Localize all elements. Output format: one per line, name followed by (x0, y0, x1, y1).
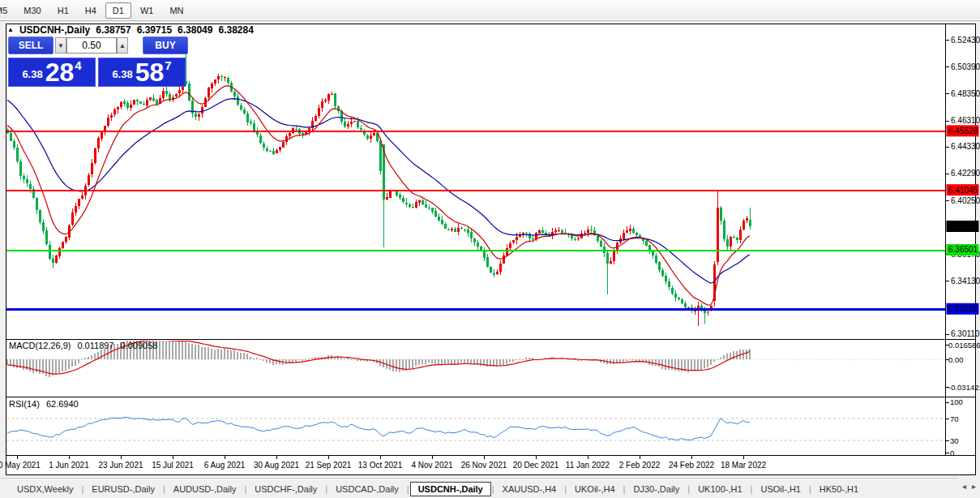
tabs-navigation: ◂ ▸ (962, 482, 976, 491)
rsi-name: RSI(14) (9, 399, 40, 409)
price-tick-label: 6.34130 (951, 277, 980, 285)
macd-indicator-label: MACD(12,26,9) 0.011897 0.009058 (9, 341, 157, 350)
price-tick-label: 6.48350 (951, 89, 980, 98)
date-tick-label: 2 Feb 2022 (619, 461, 661, 470)
svg-text:6.32018: 6.32018 (948, 304, 978, 313)
date-tick-label: 13 Oct 2021 (358, 461, 403, 470)
date-tick-label: 18 Mar 2022 (721, 461, 767, 470)
macd-name: MACD(12,26,9) (9, 341, 71, 350)
timeframe-button-w1[interactable]: W1 (133, 2, 161, 19)
svg-text:6.36501: 6.36501 (948, 245, 978, 254)
rsi-indicator-label: RSI(14) 62.6940 (9, 399, 79, 409)
volume-decrease-button[interactable]: ▼ (55, 37, 66, 54)
volume-input[interactable]: 0.50 (66, 37, 117, 54)
chart-tab-usoil-h1[interactable]: USOil-,H1 (753, 482, 808, 496)
svg-text:0.016586: 0.016586 (948, 341, 980, 350)
timeframe-button-h1[interactable]: H1 (50, 2, 76, 19)
price-tick-label: 6.30110 (951, 329, 980, 338)
svg-text:6.45528: 6.45528 (948, 127, 978, 135)
svg-text:6.38284: 6.38284 (948, 222, 978, 231)
quote-open: 6.38757 (96, 24, 131, 36)
timeframe-button-m5[interactable]: M5 (0, 2, 15, 19)
chart-title: ▲ USDCNH-,Daily 6.38757 6.39715 6.38049 … (7, 24, 254, 36)
date-tick-label: 23 Jun 2021 (98, 461, 143, 470)
tabs-scroll-right-icon[interactable]: ▸ (972, 482, 976, 491)
price-tick-label: 6.42290 (951, 169, 980, 178)
svg-text:0: 0 (950, 449, 954, 457)
date-tick-label: 15 Jul 2021 (152, 461, 194, 470)
buy-button[interactable]: BUY (143, 36, 188, 54)
quote-close: 6.38284 (218, 24, 253, 36)
svg-text:30: 30 (950, 436, 959, 445)
date-tick-label: 20 Dec 2021 (513, 461, 559, 470)
sell-price-prefix: 6.38 (22, 68, 42, 80)
buy-price-button[interactable]: 6.38 58 7 (98, 58, 186, 87)
buy-price-pips: 58 (135, 62, 165, 84)
timeframe-button-d1[interactable]: D1 (105, 2, 131, 19)
chart-tab-eurusd-daily[interactable]: EURUSD-,Daily (84, 482, 162, 496)
collapse-panel-icon[interactable]: ▲ (7, 27, 14, 33)
timeframe-button-m30[interactable]: M30 (16, 2, 48, 19)
chart-tab-ukoil-h4[interactable]: UKOil-,H4 (567, 482, 623, 496)
date-tick-label: 4 Nov 2021 (411, 461, 453, 470)
chart-tab-dj30-daily[interactable]: DJ30-,Daily (626, 482, 687, 496)
price-tick-label: 6.40250 (951, 196, 980, 205)
chart-tab-usdcnh-daily[interactable]: USDCNH-,Daily (410, 482, 491, 496)
date-tick-label: 1 Jun 2021 (49, 461, 89, 470)
chart-tab-audusd-daily[interactable]: AUDUSD-,Daily (166, 482, 244, 496)
macd-main-value: 0.011897 (77, 341, 113, 350)
chart-tab-usdchf-daily[interactable]: USDCHF-,Daily (247, 482, 324, 496)
price-tick-label: 6.52430 (951, 36, 980, 45)
sell-button[interactable]: SELL (8, 36, 53, 54)
chart-tabs-bar: USDX,Weekly|EURUSD-,Daily|AUDUSD-,Daily|… (0, 478, 958, 498)
price-tick-label: 6.44330 (951, 142, 980, 151)
chart-tab-usdcad-daily[interactable]: USDCAD-,Daily (328, 482, 406, 496)
chart-tab-xauusd-h4[interactable]: XAUUSD-,H4 (495, 482, 564, 496)
sell-price-pips: 28 (45, 62, 75, 84)
date-tick-label: 24 Feb 2022 (669, 461, 715, 470)
quote-high: 6.39715 (137, 24, 172, 36)
mt4-window: 6.524306.503906.483506.463106.443306.422… (0, 0, 980, 498)
svg-text:0.00: 0.00 (948, 355, 964, 364)
svg-text:70: 70 (950, 414, 959, 423)
tabs-scroll-left-icon[interactable]: ◂ (962, 482, 966, 491)
rsi-value: 62.6940 (46, 399, 79, 409)
chart-tab-hk50-h1[interactable]: HK50-,H1 (812, 482, 866, 496)
date-tick-label: 10 May 2021 (0, 461, 41, 470)
buy-price-point: 7 (165, 58, 171, 72)
date-tick-label: 6 Aug 2021 (204, 461, 246, 470)
macd-signal-value: 0.009058 (121, 341, 158, 350)
timeframe-toolbar: M5M30H1H4D1W1MN (0, 0, 980, 21)
volume-increase-button[interactable]: ▲ (117, 37, 128, 54)
date-tick-label: 26 Nov 2021 (461, 461, 507, 470)
date-tick-label: 30 Aug 2021 (254, 461, 300, 470)
sell-price-button[interactable]: 6.38 28 4 (8, 58, 96, 87)
chart-tab-usdx-weekly[interactable]: USDX,Weekly (10, 482, 80, 496)
timeframe-button-h4[interactable]: H4 (78, 2, 104, 19)
buy-price-prefix: 6.38 (112, 68, 132, 80)
svg-text:100: 100 (950, 397, 963, 406)
symbol-period-label: USDCNH-,Daily (19, 24, 90, 36)
chart-tab-uk100-h1[interactable]: UK100-,H1 (691, 482, 749, 496)
svg-text:-0.031421: -0.031421 (948, 383, 980, 392)
one-click-trading-panel: SELL ▼ 0.50 ▲ BUY 6.38 28 4 6.38 58 7 (8, 36, 188, 87)
quote-low: 6.38049 (178, 24, 212, 36)
price-tick-label: 6.46310 (951, 116, 980, 125)
date-tick-label: 11 Jan 2022 (566, 461, 610, 470)
svg-text:6.41045: 6.41045 (948, 186, 978, 195)
timeframe-button-mn[interactable]: MN (162, 2, 190, 19)
price-tick-label: 6.50390 (951, 62, 980, 71)
date-tick-label: 21 Sep 2021 (306, 461, 352, 470)
sell-price-point: 4 (75, 58, 81, 72)
